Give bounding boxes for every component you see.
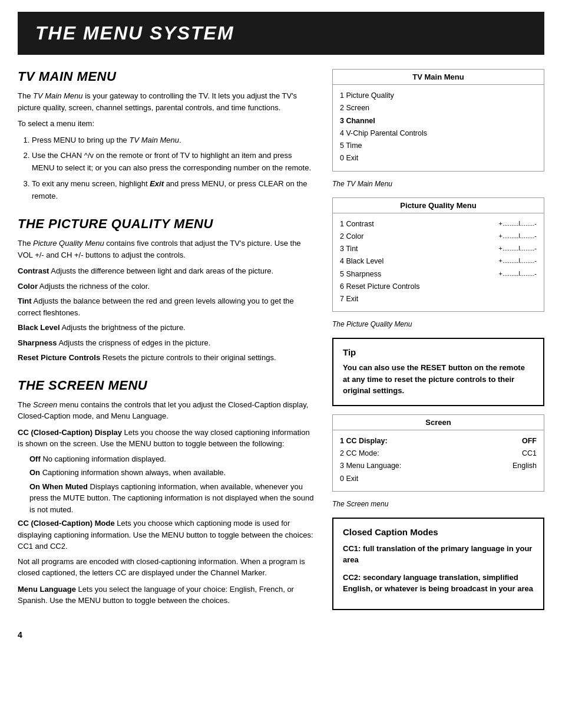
step-2: Use the CHAN ^/v on the remote or front … — [32, 150, 315, 174]
left-column: TV MAIN MENU The TV Main Menu is your ga… — [18, 69, 332, 618]
picture-quality-caption: The Picture Quality Menu — [332, 320, 544, 328]
tv-main-menu-caption: The TV Main Menu — [332, 180, 544, 188]
pq-row-3: 3 Tint+.........l........- — [340, 243, 537, 255]
screen-row-3: 3 Menu Language:English — [340, 460, 537, 472]
cc-note: Not all programs are encoded with closed… — [18, 556, 315, 579]
screen-menu-caption: The Screen menu — [332, 500, 544, 508]
tip-box: Tip You can also use the RESET button on… — [332, 338, 544, 406]
tv-menu-item-4: 4 V-Chip Parental Controls — [340, 127, 537, 140]
cc-box-title: Closed Caption Modes — [343, 527, 534, 537]
screen-box-title: Screen — [333, 415, 544, 430]
picture-quality-heading: THE PICTURE QUALITY MENU — [18, 216, 315, 232]
screen-box-body: 1 CC Display:OFF 2 CC Mode:CC1 3 Menu La… — [333, 430, 544, 491]
screen-row-2: 2 CC Mode:CC1 — [340, 447, 537, 460]
screen-row-0: 0 Exit — [340, 473, 537, 485]
cc-item-2: CC2: secondary language translation, sim… — [343, 572, 534, 595]
pq-row-2: 2 Color+.........l........- — [340, 230, 537, 243]
tv-main-menu-steps: Press MENU to bring up the TV Main Menu.… — [32, 134, 315, 203]
pq-reset: Reset Picture Controls Resets the pictur… — [18, 352, 315, 364]
tip-title: Tip — [343, 347, 534, 357]
pq-row-7: 7 Exit — [340, 293, 537, 305]
step-3: To exit any menu screen, highlight Exit … — [32, 178, 315, 203]
pq-color: Color Adjusts the richness of the color. — [18, 281, 315, 292]
cc-item-1: CC1: full translation of the primary lan… — [343, 543, 534, 566]
pq-row-4: 4 Black Level+.........l........- — [340, 255, 537, 268]
tv-main-menu-box-body: 1 Picture Quality 2 Screen 3 Channel 4 V… — [333, 85, 544, 171]
pq-row-5: 5 Sharpness+.........l........- — [340, 268, 537, 281]
pq-row-1: 1 Contrast+.........l........- — [340, 218, 537, 230]
picture-quality-box: Picture Quality Menu 1 Contrast+........… — [332, 197, 544, 312]
page-number: 4 — [0, 618, 562, 645]
select-intro: To select a menu item: — [18, 118, 315, 130]
pq-sharpness: Sharpness Adjusts the crispness of edges… — [18, 337, 315, 349]
tv-menu-item-5: 5 Time — [340, 140, 537, 152]
screen-menu-intro: The Screen menu contains the controls th… — [18, 399, 315, 422]
menu-language-def: Menu Language Lets you select the langua… — [18, 584, 315, 607]
picture-quality-box-title: Picture Quality Menu — [333, 198, 544, 213]
tv-menu-item-3: 3 Channel — [340, 115, 537, 127]
tv-menu-item-0: 0 Exit — [340, 152, 537, 164]
tv-main-menu-box: TV Main Menu 1 Picture Quality 2 Screen … — [332, 69, 544, 172]
page-header: THE MENU SYSTEM — [18, 12, 544, 55]
picture-quality-box-body: 1 Contrast+.........l........- 2 Color+.… — [333, 213, 544, 312]
pq-row-6: 6 Reset Picture Controls — [340, 281, 537, 293]
screen-menu-heading: THE SCREEN MENU — [18, 378, 315, 393]
tv-main-menu-intro: The TV Main Menu is your gateway to cont… — [18, 90, 315, 113]
tip-body: You can also use the RESET button on the… — [343, 362, 534, 397]
page-title: THE MENU SYSTEM — [35, 22, 527, 44]
pq-tint: Tint Adjusts the balance between the red… — [18, 295, 315, 318]
tv-menu-item-1: 1 Picture Quality — [340, 90, 537, 102]
picture-quality-intro: The Picture Quality Menu contains five c… — [18, 238, 315, 261]
cc-display-def: CC (Closed-Caption) Display Lets you cho… — [18, 427, 315, 450]
pq-contrast: Contrast Adjusts the difference between … — [18, 265, 315, 277]
cc-box: Closed Caption Modes CC1: full translati… — [332, 518, 544, 610]
screen-box: Screen 1 CC Display:OFF 2 CC Mode:CC1 3 … — [332, 414, 544, 492]
screen-row-1: 1 CC Display:OFF — [340, 435, 537, 447]
pq-blacklevel: Black Level Adjusts the brightness of th… — [18, 322, 315, 334]
tv-menu-item-2: 2 Screen — [340, 102, 537, 114]
tv-main-menu-box-title: TV Main Menu — [333, 70, 544, 85]
cc-on-def: On Captioning information shown always, … — [29, 467, 315, 479]
cc-off-def: Off No captioning information displayed. — [29, 453, 315, 465]
step-1: Press MENU to bring up the TV Main Menu. — [32, 134, 315, 147]
tv-main-menu-heading: TV MAIN MENU — [18, 69, 315, 84]
cc-mode-def: CC (Closed-Caption) Mode Lets you choose… — [18, 518, 315, 552]
cc-onwhenmuted-def: On When Muted Displays captioning inform… — [29, 481, 315, 516]
right-column: TV Main Menu 1 Picture Quality 2 Screen … — [332, 69, 544, 618]
